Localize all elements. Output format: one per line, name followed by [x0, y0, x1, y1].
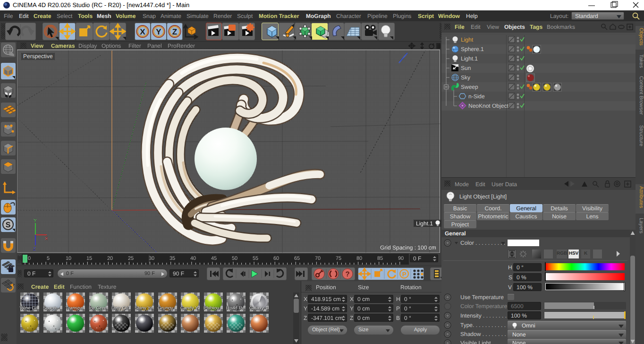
- svg-text:n-Side: n-Side: [468, 93, 485, 100]
- svg-text:NeoKnot Object: NeoKnot Object: [468, 103, 508, 109]
- svg-text:Z: Z: [33, 247, 36, 252]
- svg-text:Light: Light: [461, 36, 474, 43]
- svg-text:S: S: [6, 221, 11, 229]
- svg-text:Z: Z: [172, 27, 177, 36]
- svg-text:Sweep: Sweep: [461, 84, 478, 90]
- svg-text:Sphere.1: Sphere.1: [461, 46, 484, 52]
- svg-text:?: ?: [345, 270, 349, 278]
- svg-text:Light.1: Light.1: [461, 55, 478, 62]
- svg-text:Sky: Sky: [461, 74, 470, 81]
- svg-text:Grid Spacing : 100 cm: Grid Spacing : 100 cm: [380, 244, 436, 251]
- svg-text:Light.1: Light.1: [416, 220, 433, 227]
- svg-text:X: X: [140, 27, 145, 36]
- svg-text:X: X: [45, 236, 48, 241]
- svg-text:Y: Y: [34, 218, 37, 224]
- svg-text:Sun: Sun: [461, 65, 471, 71]
- svg-text:Y: Y: [156, 27, 161, 36]
- svg-text:P: P: [402, 271, 407, 278]
